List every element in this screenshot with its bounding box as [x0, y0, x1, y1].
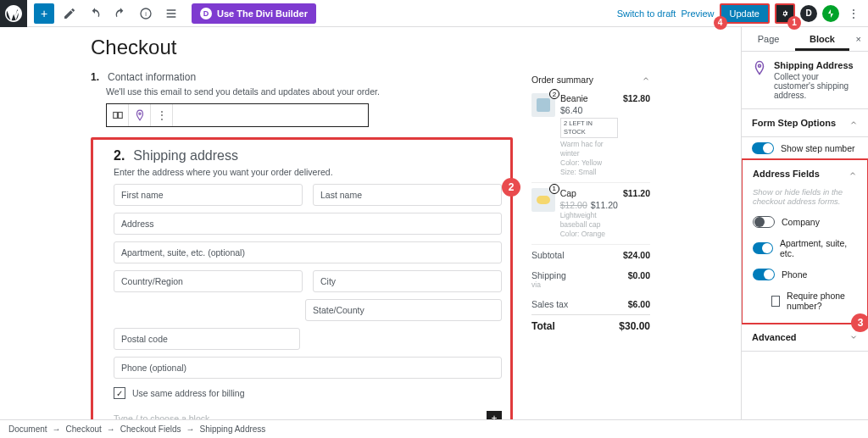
item-2-now: $11.20	[591, 200, 618, 210]
page-title[interactable]: Checkout	[91, 36, 650, 59]
block-toolbar-space	[173, 104, 368, 126]
preview-link[interactable]: Preview	[681, 8, 714, 19]
step-contact-info: 1. Contact information We'll use this em…	[91, 71, 513, 127]
product-thumb-icon: 1	[531, 188, 555, 212]
apartment-toggle[interactable]	[753, 242, 773, 254]
show-step-number-toggle[interactable]	[752, 142, 774, 154]
crumb-document[interactable]: Document	[8, 424, 47, 434]
update-button-label: Update	[730, 8, 760, 19]
crumb-checkout[interactable]: Checkout	[66, 424, 102, 434]
info-icon[interactable]: i	[136, 3, 156, 24]
step-1-number: 1.	[91, 71, 99, 83]
shipping-label: Shipping	[531, 270, 566, 280]
update-button[interactable]: Update 4	[720, 3, 770, 24]
country-field[interactable]: Country/Region	[114, 270, 303, 292]
divi-builder-button[interactable]: D Use The Divi Builder	[192, 3, 316, 24]
chevron-down-icon	[849, 333, 858, 341]
summary-title: Order summary	[531, 75, 593, 85]
chevron-up-icon	[849, 169, 857, 178]
company-label: Company	[782, 217, 820, 227]
require-phone-checkbox[interactable]	[771, 296, 780, 307]
redo-icon[interactable]	[110, 3, 131, 24]
subtotal-value: $24.00	[623, 250, 650, 260]
crumb-checkout-fields[interactable]: Checkout Fields	[120, 424, 181, 434]
shipping-address-block-selected[interactable]: 2 2. Shipping address Enter the address …	[91, 137, 513, 419]
apartment-field[interactable]: Apartment, suite, etc. (optional)	[114, 241, 502, 263]
subtotal-label: Subtotal	[531, 250, 565, 260]
svg-point-4	[138, 113, 140, 114]
block-type-icon[interactable]	[129, 104, 151, 126]
last-name-field[interactable]: Last name	[313, 184, 502, 206]
first-name-field[interactable]: First name	[114, 184, 303, 206]
advanced-header[interactable]: Advanced	[742, 324, 868, 352]
step-2-number: 2.	[114, 148, 125, 164]
item-2-meta1: Lightweight baseball cap	[560, 211, 618, 230]
step-1-title: Contact information	[108, 71, 196, 83]
top-toolbar: + i D Use The Divi Builder Switch to dra…	[0, 0, 868, 27]
form-step-options-header[interactable]: Form Step Options	[742, 109, 868, 137]
step-2-title: Shipping address	[133, 148, 238, 164]
item-2-old: $12.00	[560, 200, 587, 210]
form-step-title: Form Step Options	[752, 118, 836, 128]
summary-item-cap: 1 Cap $12.00$11.20 Lightweight baseball …	[531, 183, 650, 245]
block-more-icon[interactable]: ⋮	[151, 104, 173, 126]
block-appender-text[interactable]: Type / to choose a block	[114, 413, 209, 419]
more-menu-button[interactable]: ⋮	[844, 7, 863, 20]
step-1-desc: We'll use this email to send you details…	[106, 86, 513, 97]
tab-block[interactable]: Block	[795, 27, 849, 51]
address-fields-header[interactable]: Address Fields	[743, 160, 867, 187]
shipping-address-icon	[752, 60, 767, 77]
divi-logo-icon: D	[200, 8, 212, 19]
settings-button[interactable]: 1	[775, 3, 795, 24]
add-block-button[interactable]: +	[34, 3, 54, 24]
jetpack-icon[interactable]	[822, 5, 839, 22]
block-drag-handle-icon[interactable]	[107, 104, 129, 126]
item-1-price: $12.80	[623, 93, 650, 177]
address-fields-hint: Show or hide fields in the checkout addr…	[743, 187, 867, 211]
show-step-number-label: Show step number	[781, 143, 855, 153]
item-1-old: $6.40	[560, 105, 618, 117]
svg-rect-3	[118, 113, 122, 119]
item-1-meta3: Size: Small	[560, 168, 618, 177]
address-field[interactable]: Address	[114, 213, 502, 235]
divi-badge-icon[interactable]: D	[800, 5, 817, 22]
total-label: Total	[531, 320, 555, 332]
chevron-up-icon[interactable]	[642, 75, 650, 83]
tax-value: $6.00	[628, 299, 650, 309]
undo-icon[interactable]	[85, 3, 105, 24]
list-view-icon[interactable]	[161, 3, 181, 24]
switch-to-draft-link[interactable]: Switch to draft	[617, 8, 676, 19]
block-appender-button[interactable]: +	[487, 411, 502, 419]
advanced-title: Advanced	[752, 332, 797, 342]
phone-toggle[interactable]	[753, 269, 775, 280]
postal-code-field[interactable]: Postal code	[114, 328, 300, 350]
address-fields-title: Address Fields	[753, 169, 820, 179]
item-1-meta1: Warm hac for winter	[560, 140, 618, 158]
svg-rect-2	[113, 113, 117, 119]
item-1-meta2: Color: Yellow	[560, 158, 618, 168]
company-toggle[interactable]	[753, 216, 775, 228]
block-breadcrumb: Document→ Checkout→ Checkout Fields→ Shi…	[0, 419, 868, 438]
wp-logo-icon[interactable]	[0, 0, 27, 27]
crumb-shipping-address[interactable]: Shipping Address	[200, 424, 266, 434]
order-summary: Order summary 2 Beanie $6.40 2 LEFT IN S…	[531, 71, 650, 337]
tax-label: Sales tax	[531, 299, 568, 309]
state-field[interactable]: State/County	[305, 299, 502, 321]
same-billing-checkbox[interactable]	[114, 387, 125, 399]
item-2-name: Cap	[560, 188, 618, 200]
shipping-value: $0.00	[628, 270, 650, 280]
total-value: $30.00	[619, 320, 650, 332]
city-field[interactable]: City	[313, 270, 502, 292]
editor-canvas: Checkout 1. Contact information We'll us…	[0, 27, 741, 419]
require-phone-label: Require phone number?	[787, 291, 857, 311]
tab-page[interactable]: Page	[742, 27, 795, 51]
phone-field[interactable]: Phone (optional)	[114, 357, 502, 379]
block-toolbar: ⋮	[106, 103, 369, 127]
settings-sidebar: Page Block × Shipping Address Collect yo…	[741, 27, 868, 419]
annotation-3-marker: 3	[851, 313, 868, 332]
close-sidebar-button[interactable]: ×	[849, 27, 868, 51]
divi-button-label: Use The Divi Builder	[217, 8, 308, 19]
block-card-desc: Collect your customer's shipping address…	[774, 72, 858, 100]
edit-mode-icon[interactable]	[59, 3, 80, 24]
svg-text:i: i	[145, 9, 147, 17]
